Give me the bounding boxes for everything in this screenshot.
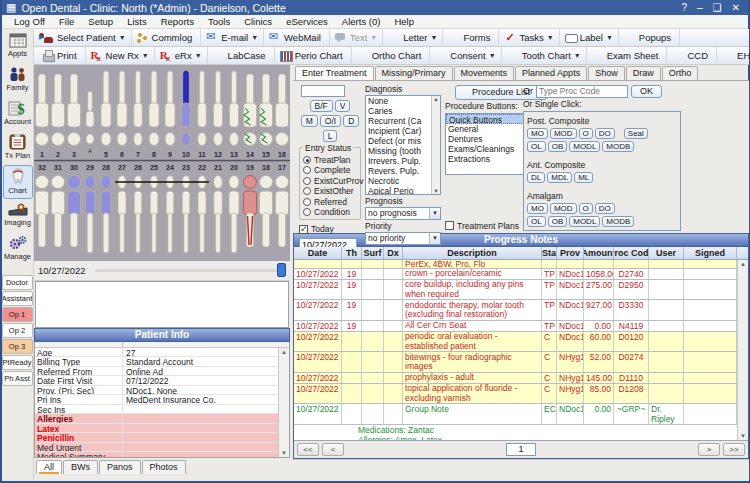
diagnosis-scrollbar[interactable]: ▲▼ — [431, 96, 440, 194]
toolbar-button[interactable]: Select Patient ▼ — [37, 29, 132, 45]
progress-note-row[interactable]: 10/27/2022 19 core buildup, including an… — [294, 280, 737, 301]
diagnosis-item[interactable]: Defect (or mis — [366, 136, 430, 146]
diagnosis-item[interactable]: Recurrent (Ca — [366, 116, 430, 126]
proc-code-input[interactable] — [536, 85, 628, 98]
patient-info-row[interactable]: Medical Summary — [35, 452, 289, 458]
quick-proc-button[interactable]: Seal — [624, 128, 648, 139]
operatory-button[interactable]: Assistant — [2, 291, 33, 306]
column-header[interactable]: Th — [342, 247, 362, 259]
surface-button[interactable]: B/F — [310, 100, 333, 112]
menu-item[interactable]: Reports — [155, 15, 200, 28]
quick-proc-button[interactable]: OB — [548, 216, 568, 227]
quick-proc-button[interactable]: ML — [574, 172, 593, 183]
operatory-button[interactable]: Op 1 — [2, 307, 33, 322]
progress-note-row[interactable]: 10/27/2022 topical application of fluori… — [294, 384, 737, 405]
toolbar-button[interactable]: WebMail — [264, 29, 330, 45]
quick-proc-button[interactable]: MOD — [550, 203, 577, 214]
entry-status-radio[interactable]: ExistCurProv — [303, 175, 358, 186]
window-control-button[interactable]: ✕ — [732, 2, 740, 13]
quick-proc-button[interactable]: MODB — [602, 216, 634, 227]
quick-proc-button[interactable]: O — [579, 128, 593, 139]
menu-item[interactable]: Setup — [82, 15, 119, 28]
date-slider-handle[interactable] — [277, 263, 286, 277]
toolbar-button[interactable]: Label ▼ — [560, 29, 619, 45]
diagnosis-item[interactable]: None — [366, 96, 430, 106]
first-page-button[interactable]: << — [297, 443, 319, 456]
window-control-button[interactable]: – — [697, 2, 703, 13]
toolbar-button[interactable]: Print — [37, 47, 86, 63]
quick-proc-button[interactable]: DL — [527, 172, 545, 183]
prev-page-button[interactable]: < — [322, 443, 344, 456]
quick-proc-button[interactable]: DO — [595, 203, 615, 214]
treatment-tab[interactable]: Planned Appts — [515, 66, 587, 80]
progress-note-row[interactable]: 10/27/2022 Group Note EC NDoc1 0.00 ~ — [294, 404, 737, 425]
toolbar-button[interactable]: Tasks ▼ — [499, 29, 559, 45]
last-page-button[interactable]: >> — [723, 443, 745, 456]
menu-item[interactable]: Alerts (0) — [336, 15, 387, 28]
column-header[interactable]: User — [649, 247, 684, 259]
diagnosis-item[interactable]: Revers. Pulp. — [366, 166, 430, 176]
toolbar-button[interactable]: Tooth Chart ▼ — [502, 47, 587, 63]
toolbar-button[interactable]: Commlog — [132, 29, 202, 45]
quick-proc-button[interactable]: O — [579, 203, 593, 214]
entry-status-radio[interactable]: Referred — [303, 196, 358, 207]
quick-proc-button[interactable]: MODL — [569, 216, 600, 227]
entry-status-radio[interactable]: TreatPlan — [303, 154, 358, 165]
window-control-button[interactable]: ❑ — [713, 2, 722, 13]
tooth-number-input[interactable] — [301, 85, 345, 97]
image-tab[interactable]: Photos — [142, 460, 186, 474]
progress-note-row[interactable]: PerEx, 4BW, Pro, Flo — [294, 260, 737, 269]
quick-proc-button[interactable]: MO — [527, 128, 548, 139]
page-number-box[interactable]: 1 — [506, 443, 536, 456]
patient-info-row[interactable]: Latex — [35, 424, 289, 434]
sidebar-item-txplan[interactable]: Tx Plan — [3, 131, 33, 164]
treatment-tab[interactable]: Ortho — [662, 66, 699, 80]
menu-item[interactable]: Help — [388, 15, 420, 28]
operatory-button[interactable]: Doctor — [2, 275, 33, 290]
operatory-button[interactable]: PtReady — [2, 355, 33, 370]
quick-proc-button[interactable]: MO — [527, 203, 548, 214]
progress-notes-scrollbar[interactable]: ▲▼ — [737, 260, 748, 440]
diagnosis-item[interactable]: Necrotic — [366, 176, 430, 186]
column-header[interactable]: Signed — [684, 247, 737, 259]
patient-info-row[interactable]: Sec Ins — [35, 405, 289, 415]
diagnosis-item[interactable]: Incipient (Car) — [366, 126, 430, 136]
diagnosis-item[interactable]: Apical Perio — [366, 186, 430, 195]
quick-proc-button[interactable]: MODB — [602, 141, 634, 152]
diagnosis-item[interactable]: Irrevers. Pulp. — [366, 156, 430, 166]
quick-proc-button[interactable]: DO — [595, 128, 615, 139]
surface-button[interactable]: V — [335, 100, 351, 112]
treatment-tab[interactable]: Enter Treatment — [295, 66, 374, 80]
column-header[interactable]: Amount — [584, 247, 614, 259]
sidebar-item-account[interactable]: $ Account — [3, 97, 33, 130]
progress-note-row[interactable]: 10/27/2022 prophylaxis - adult C NHyg1 1… — [294, 373, 737, 384]
column-header[interactable]: Prov — [557, 247, 584, 259]
surface-button[interactable]: D — [343, 115, 359, 127]
quick-proc-button[interactable]: MODL — [569, 141, 600, 152]
column-header[interactable]: Date — [294, 247, 342, 259]
patient-info-row[interactable]: Penicillin — [35, 433, 289, 443]
toolbar-button[interactable]: eRx ▼ — [155, 47, 208, 63]
window-control-button[interactable]: ? — [682, 2, 688, 13]
menu-item[interactable]: File — [53, 15, 80, 28]
column-header[interactable]: Surf — [362, 247, 384, 259]
progress-note-row[interactable]: 10/27/2022 19 All Cer Crn Seat TP NDoc1 … — [294, 321, 737, 332]
priority-select[interactable]: no priority ▼ — [365, 232, 441, 245]
sidebar-item-family[interactable]: Family — [3, 63, 33, 96]
sidebar-item-imaging[interactable]: Imaging — [3, 200, 33, 231]
patient-info-row[interactable]: Referred From Online Ad — [35, 367, 289, 377]
toolbar-button[interactable]: CCD — [667, 47, 717, 63]
treatment-tab[interactable]: Draw — [626, 66, 661, 80]
patient-info-row[interactable]: Billing Type Standard Account — [35, 357, 289, 367]
quick-proc-button[interactable]: OB — [548, 141, 568, 152]
sidebar-item-appts[interactable]: Appts — [3, 30, 33, 62]
next-page-button[interactable]: > — [698, 443, 720, 456]
diagnosis-listbox[interactable]: NoneCariesRecurrent (CaIncipient (Car)De… — [365, 95, 441, 195]
tooth-chart-svg[interactable]: 123A567891011121314151632313029282726252… — [34, 65, 290, 261]
sidebar-item-manage[interactable]: Manage — [3, 232, 33, 265]
diagnosis-item[interactable]: Missing (tooth — [366, 146, 430, 156]
column-header[interactable]: Description — [403, 247, 542, 259]
entry-status-radio[interactable]: Complete — [303, 165, 358, 176]
patient-info-row[interactable]: Age 27 — [35, 348, 289, 358]
toolbar-button[interactable]: Letter ▼ — [383, 29, 443, 45]
